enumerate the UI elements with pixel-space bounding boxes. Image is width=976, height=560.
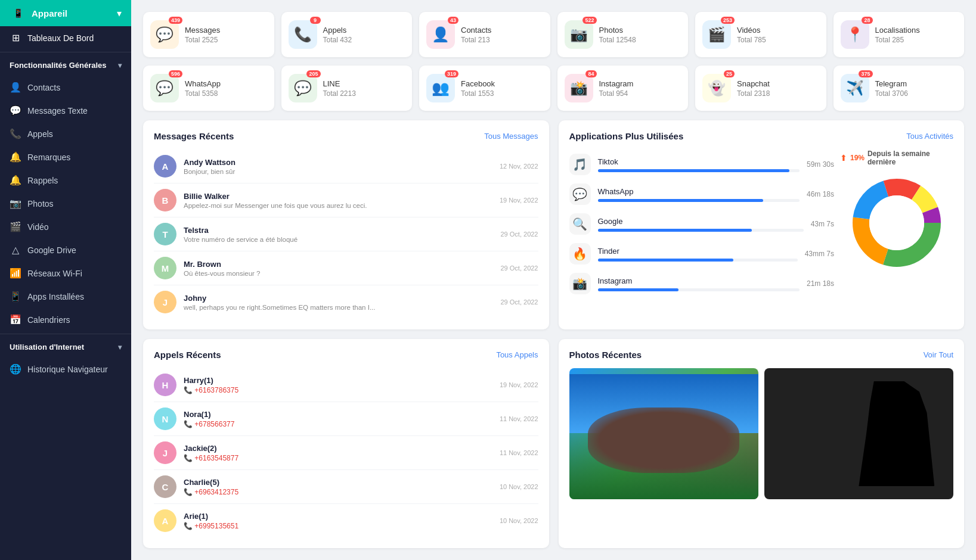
stat-card-whatsapp[interactable]: 💬 596 WhatsApp Total 5358	[143, 66, 274, 111]
avatar: A	[154, 155, 176, 178]
stat-card-videos[interactable]: 🎬 253 Vidéos Total 785	[695, 12, 826, 57]
stat-icon-wrap-telegram: ✈️ 375	[841, 74, 869, 102]
stat-badge-contacts: 43	[448, 17, 458, 24]
apps-content: 🎵 Tiktok 59m 30s 💬 WhatsApp 46m 18s 🔍 Go…	[569, 150, 954, 298]
avatar: M	[154, 257, 176, 279]
stat-total-messages: Total 2525	[185, 36, 220, 44]
stat-badge-whatsapp: 596	[169, 70, 182, 77]
message-preview: Où êtes-vous monsieur ?	[184, 270, 386, 277]
apps-list: 🎵 Tiktok 59m 30s 💬 WhatsApp 46m 18s 🔍 Go…	[569, 150, 835, 298]
app-icon: 📸	[569, 273, 591, 294]
stat-card-photos[interactable]: 📷 522 Photos Total 12548	[557, 12, 689, 57]
message-item[interactable]: T Telstra Votre numéro de service a été …	[154, 217, 538, 251]
avatar: C	[154, 475, 176, 498]
sidebar-item-googledrive[interactable]: △ Google Drive	[0, 238, 131, 262]
app-name: Google	[598, 217, 804, 226]
up-arrow-icon: ⬆	[840, 153, 847, 163]
app-item[interactable]: 📸 Instagram 21m 18s	[569, 269, 835, 298]
message-item[interactable]: J Johny well, perhaps you re right.Somet…	[154, 285, 538, 319]
fonctionnalites-section[interactable]: Fonctionnalités Générales ▾	[0, 55, 131, 76]
stat-icon-wrap-snapchat: 👻 25	[702, 74, 731, 102]
call-number: 📞 +6163786375	[184, 386, 492, 394]
call-item[interactable]: J Jackie(2) 📞 +6163545877 11 Nov, 2022	[154, 436, 538, 470]
stat-label-instagram: Instagram	[599, 79, 634, 88]
app-item[interactable]: 🔥 Tinder 43mm 7s	[569, 239, 835, 269]
stat-card-appels[interactable]: 📞 9 Appels Total 432	[281, 12, 413, 57]
app-name: WhatsApp	[598, 187, 800, 196]
app-bar-wrap	[598, 288, 800, 291]
call-number: 📞 +678566377	[184, 420, 492, 428]
sidebar-item-rappels[interactable]: 🔔 Rappels	[0, 169, 131, 192]
message-item[interactable]: B Billie Walker Appelez-moi sur Messenge…	[154, 183, 538, 217]
stat-total-appels: Total 432	[323, 36, 352, 44]
call-date: 19 Nov, 2022	[500, 381, 538, 388]
photos-link[interactable]: Voir Tout	[924, 350, 953, 359]
stat-card-contacts[interactable]: 👤 43 Contacts Total 213	[419, 12, 550, 57]
stat-badge-messages: 439	[169, 17, 182, 24]
messages-title: Messages Récents	[154, 131, 234, 141]
call-item[interactable]: H Harry(1) 📞 +6163786375 19 Nov, 2022	[154, 368, 538, 402]
internet-section[interactable]: Utilisation d'Internet ▾	[0, 337, 131, 357]
apps-panel: Applications Plus Utilisées Tous Activit…	[559, 120, 965, 329]
photos-panel: Photos Récentes Voir Tout	[559, 339, 965, 548]
calls-panel-header: Appels Récents Tous Appels	[154, 350, 538, 360]
stat-card-instagram[interactable]: 📸 84 Instagram Total 954	[557, 66, 689, 111]
sidebar-item-apps[interactable]: 📱 Apps Installées	[0, 285, 131, 308]
app-item[interactable]: 🔍 Google 43m 7s	[569, 209, 835, 239]
message-preview: well, perhaps you re right.Sometimes EQ …	[184, 304, 386, 311]
stat-total-telegram: Total 3706	[875, 89, 908, 98]
stat-card-localisation[interactable]: 📍 28 Localisations Total 285	[834, 12, 965, 57]
stat-badge-line: 205	[306, 70, 320, 77]
call-item[interactable]: C Charlie(5) 📞 +6963412375 10 Nov, 2022	[154, 470, 538, 504]
app-name: Tinder	[598, 247, 798, 256]
stat-icon-wrap-instagram: 📸 84	[565, 74, 593, 102]
stat-icon-wrap-messages: 💬 439	[150, 20, 179, 49]
sidebar-item-appels[interactable]: 📞 Appels	[0, 122, 131, 145]
sidebar-item-video[interactable]: 🎬 Vidéo	[0, 215, 131, 238]
message-name: Billie Walker	[184, 192, 492, 201]
chevron-down-icon: ▾	[117, 8, 122, 19]
apps-link[interactable]: Tous Activités	[906, 132, 953, 141]
sidebar-item-contacts[interactable]: 👤 Contacts	[0, 76, 131, 99]
stat-label-appels: Appels	[323, 26, 352, 35]
avatar: J	[154, 291, 176, 313]
sidebar-item-calendriers[interactable]: 📅 Calendriers	[0, 308, 131, 331]
app-time: 46m 18s	[807, 190, 834, 198]
stat-card-telegram[interactable]: ✈️ 375 Telegram Total 3706	[834, 66, 965, 111]
app-icon: 💬	[569, 183, 591, 205]
stat-total-line: Total 2213	[323, 89, 356, 98]
calls-link[interactable]: Tous Appels	[496, 350, 538, 359]
message-preview: Votre numéro de service a été bloqué	[184, 236, 386, 243]
sidebar-item-reseaux[interactable]: 📶 Réseaux Wi-Fi	[0, 262, 131, 285]
message-item[interactable]: A Andy Wattson Bonjour, bien sûr 12 Nov,…	[154, 150, 538, 183]
call-item[interactable]: A Arie(1) 📞 +6995135651 10 Nov, 2022	[154, 504, 538, 537]
message-item[interactable]: M Mr. Brown Où êtes-vous monsieur ? 29 O…	[154, 251, 538, 285]
app-item[interactable]: 🎵 Tiktok 59m 30s	[569, 150, 835, 179]
photos-grid	[569, 368, 954, 499]
stat-card-snapchat[interactable]: 👻 25 Snapchat Total 2318	[695, 66, 826, 111]
photos-panel-header: Photos Récentes Voir Tout	[569, 350, 954, 360]
stat-card-facebook[interactable]: 👥 319 Facebook Total 1553	[419, 66, 550, 111]
device-selector[interactable]: 📱 Appareil ▾	[0, 0, 131, 26]
call-number: 📞 +6995135651	[184, 522, 492, 530]
app-item[interactable]: 💬 WhatsApp 46m 18s	[569, 179, 835, 209]
stat-icon-photos: 📷	[565, 20, 593, 49]
sidebar-item-messages[interactable]: 💬 Messages Texte	[0, 99, 131, 122]
stat-total-snapchat: Total 2318	[737, 89, 770, 98]
stat-icon-wrap-photos: 📷 522	[565, 20, 593, 49]
stat-icon-whatsapp: 💬	[150, 74, 179, 102]
stat-card-line[interactable]: 💬 205 LINE Total 2213	[281, 66, 413, 111]
stat-icon-wrap-contacts: 👤 43	[426, 20, 455, 49]
sidebar-item-tableaux[interactable]: ⊞ Tableaux De Bord	[0, 26, 131, 49]
call-name: Charlie(5)	[184, 478, 492, 487]
stat-icon-line: 💬	[289, 74, 317, 102]
stat-card-messages[interactable]: 💬 439 Messages Total 2525	[143, 12, 274, 57]
sidebar-item-historique[interactable]: 🌐 Historique Navigateur	[0, 357, 131, 381]
messages-link[interactable]: Tous Messages	[484, 132, 538, 141]
call-item[interactable]: N Nora(1) 📞 +678566377 11 Nov, 2022	[154, 402, 538, 436]
sidebar-item-remarques[interactable]: 🔔 Remarques	[0, 145, 131, 169]
chart-note-text: Depuis la semaine dernière	[867, 150, 953, 166]
stat-icon-instagram: 📸	[565, 74, 593, 102]
sidebar-item-photos[interactable]: 📷 Photos	[0, 192, 131, 215]
message-name: Mr. Brown	[184, 260, 494, 269]
